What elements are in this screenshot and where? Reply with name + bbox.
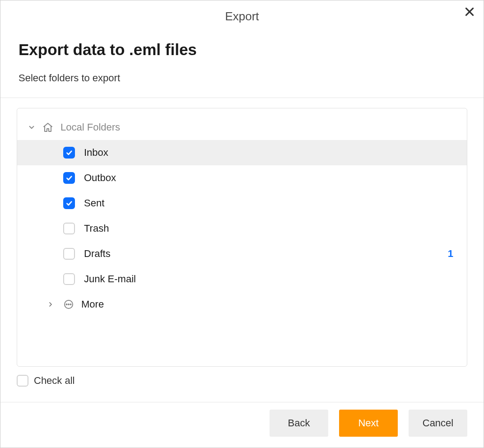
cancel-button[interactable]: Cancel <box>409 410 467 437</box>
chevron-right-icon[interactable] <box>44 301 57 308</box>
tree-item-more[interactable]: More <box>17 292 467 317</box>
page-subtitle: Select folders to export <box>19 72 465 84</box>
svg-point-4 <box>68 304 69 305</box>
home-icon <box>42 121 54 134</box>
content-area: Local Folders InboxOutboxSentTrashDrafts… <box>0 98 484 402</box>
dialog-header: Export <box>0 0 484 27</box>
tree-item[interactable]: Junk E-mail <box>17 266 467 292</box>
folder-checkbox[interactable] <box>63 223 75 234</box>
svg-point-3 <box>66 304 67 305</box>
folder-checkbox[interactable] <box>63 273 75 285</box>
folder-label: Junk E-mail <box>84 273 453 285</box>
page-title: Export data to .eml files <box>19 41 465 59</box>
back-button[interactable]: Back <box>270 410 328 437</box>
folder-label: Outbox <box>84 172 453 184</box>
ellipsis-icon <box>62 298 75 311</box>
folder-label: Sent <box>84 197 453 209</box>
tree-root-local-folders[interactable]: Local Folders <box>17 115 467 140</box>
check-all-label: Check all <box>34 375 74 387</box>
dialog-title: Export <box>225 9 259 23</box>
next-button[interactable]: Next <box>339 410 398 437</box>
folder-badge: 1 <box>448 248 453 260</box>
folder-checkbox[interactable] <box>63 197 75 209</box>
folder-tree: Local Folders InboxOutboxSentTrashDrafts… <box>17 108 467 367</box>
dialog-footer: Back Next Cancel <box>0 402 484 448</box>
check-all-row: Check all <box>17 375 467 387</box>
tree-root-label: Local Folders <box>60 121 453 133</box>
folder-label: Trash <box>84 223 453 234</box>
check-all-checkbox[interactable] <box>17 375 28 387</box>
tree-item[interactable]: Inbox <box>17 140 467 165</box>
tree-item[interactable]: Outbox <box>17 165 467 191</box>
folder-label: Inbox <box>84 147 453 159</box>
tree-item[interactable]: Trash <box>17 216 467 241</box>
close-icon[interactable] <box>464 6 475 19</box>
svg-point-5 <box>70 304 71 305</box>
tree-item[interactable]: Sent <box>17 191 467 216</box>
chevron-down-icon[interactable] <box>25 121 38 134</box>
tree-item[interactable]: Drafts1 <box>17 241 467 266</box>
folder-checkbox[interactable] <box>63 147 75 159</box>
dialog-subheader: Export data to .eml files Select folders… <box>0 27 484 98</box>
folder-checkbox[interactable] <box>63 248 75 260</box>
folder-label: Drafts <box>84 248 448 260</box>
folder-checkbox[interactable] <box>63 172 75 184</box>
tree-more-label: More <box>81 299 453 310</box>
